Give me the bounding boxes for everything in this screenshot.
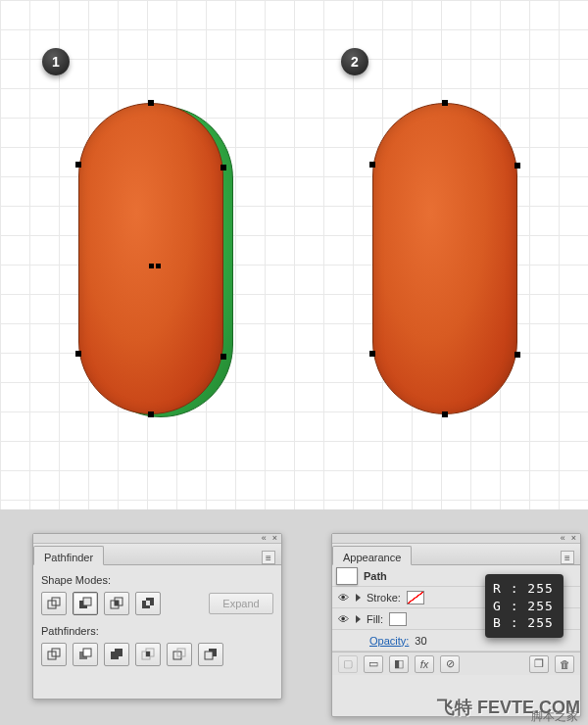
merge-button[interactable] [104,643,129,666]
panel-menu-button[interactable]: ≡ [561,551,574,564]
minus-front-button[interactable] [73,592,98,615]
anchor-point[interactable] [369,162,375,168]
panel-close-icon[interactable]: × [571,534,576,543]
new-art-basic-button: ▢ [338,655,358,673]
anchor-point[interactable] [442,411,448,417]
anchor-point[interactable] [75,162,81,168]
selection-center-mark [148,259,162,270]
step-badge-1: 1 [42,48,70,75]
tab-label: Appearance [343,552,401,563]
panel-collapse-icon[interactable]: « [561,534,565,543]
add-fill-button[interactable]: ◧ [389,655,409,673]
panel-tabrow: Appearance ≡ [332,544,580,565]
fill-label: Fill: [367,613,383,625]
anchor-point[interactable] [148,100,154,106]
duplicate-item-button[interactable]: ❐ [529,655,549,673]
expand-label: Expand [222,598,259,609]
appearance-footer: ▢ ▭ ◧ fx ⊘ ❐ 🗑 [332,652,580,675]
crop-button[interactable] [135,643,161,666]
panel-tabrow: Pathfinder ≡ [33,544,281,565]
svg-rect-3 [83,598,91,605]
anchor-point[interactable] [369,351,375,357]
exclude-button[interactable] [135,592,161,615]
tab-pathfinder[interactable]: Pathfinder [33,546,104,565]
anchor-point[interactable] [75,351,81,357]
step-badge-2: 2 [341,48,368,75]
svg-rect-15 [115,649,122,656]
svg-rect-18 [146,652,150,656]
shape-modes-label: Shape Modes: [41,574,273,586]
anchor-point[interactable] [220,354,226,360]
step-number: 1 [52,54,60,70]
fill-swatch[interactable] [389,612,407,626]
rgb-row: G : 255 [493,598,556,615]
svg-rect-9 [146,601,150,605]
anchor-point[interactable] [220,165,226,170]
fx-label: fx [420,658,429,670]
anchor-point[interactable] [148,411,154,417]
shape-modes-row: Expand [41,592,273,615]
stroke-swatch[interactable] [407,591,424,604]
step-number: 2 [351,54,359,70]
clear-appearance-button[interactable]: ⊘ [440,655,460,673]
visibility-toggle-icon[interactable]: 👁 [336,592,350,604]
outline-button[interactable] [167,643,192,666]
panel-menu-button[interactable]: ≡ [262,551,275,564]
appearance-target-label: Path [364,570,387,582]
add-effect-button[interactable]: fx [415,655,434,673]
svg-rect-22 [205,652,213,659]
artboard-grid: 1 2 [0,0,588,509]
panel-close-icon[interactable]: × [272,534,277,543]
visibility-toggle-icon[interactable]: 👁 [336,613,350,625]
rgb-row: R : 255 [493,580,556,598]
pathfinder-body: Shape Modes: Expand Pathfinders: [33,565,281,674]
panel-collapse-icon[interactable]: « [262,534,267,543]
divide-button[interactable] [41,643,67,666]
pathfinders-label: Pathfinders: [41,625,273,637]
delete-item-button[interactable]: 🗑 [555,655,574,673]
color-tooltip: R : 255 G : 255 B : 255 [485,574,564,638]
opacity-value[interactable]: 30 [415,635,426,647]
pathfinder-panel: « × Pathfinder ≡ Shape Modes: [32,533,282,700]
pathfinders-row [41,643,273,666]
trim-button[interactable] [73,643,98,666]
svg-rect-6 [115,601,119,605]
stroke-label: Stroke: [367,592,401,604]
expand-triangle-icon[interactable] [356,615,361,623]
add-stroke-button[interactable]: ▭ [364,655,383,673]
orange-pill-shape[interactable] [372,103,517,414]
expand-triangle-icon[interactable] [356,594,361,602]
rgb-row: B : 255 [493,614,556,632]
shape-group-step1 [78,103,230,426]
intersect-button[interactable] [104,592,129,615]
panel-titlebar[interactable]: « × [332,534,580,544]
opacity-label[interactable]: Opacity: [369,635,409,647]
shape-group-step2 [372,103,524,426]
anchor-point[interactable] [442,100,448,106]
svg-rect-13 [83,649,91,656]
unite-button[interactable] [41,592,67,615]
tab-label: Pathfinder [44,552,93,563]
anchor-point[interactable] [514,352,520,358]
anchor-point[interactable] [514,163,520,169]
target-thumbnail[interactable] [336,567,358,585]
watermark-sub: 脚本之家 [531,708,578,725]
tab-appearance[interactable]: Appearance [332,546,412,565]
panel-titlebar[interactable]: « × [33,534,281,544]
expand-button: Expand [209,593,273,614]
minus-back-button[interactable] [198,643,223,666]
